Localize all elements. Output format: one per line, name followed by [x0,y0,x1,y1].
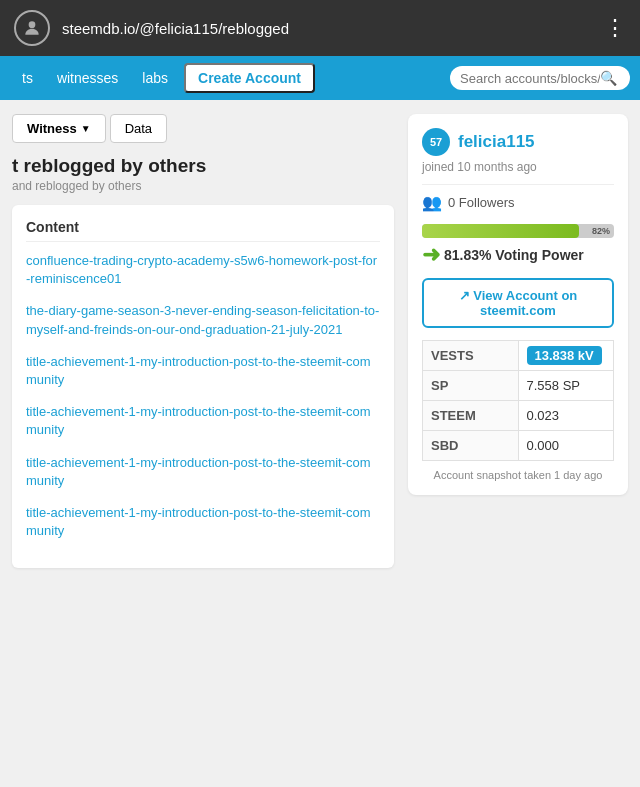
stat-label: SBD [423,431,519,461]
page-subheading: and reblogged by others [12,179,394,193]
view-account-label: View Account on steemit.com [473,288,577,318]
content-header: Content [26,219,380,242]
stat-label: SP [423,371,519,401]
profile-badge: 57 [422,128,450,156]
external-link-icon: ↗ [459,288,470,303]
nav-item-ts[interactable]: ts [10,56,45,100]
stat-value: 7.558 SP [518,371,614,401]
top-menu-icon[interactable]: ⋮ [604,15,626,41]
nav-item-labs[interactable]: labs [130,56,180,100]
table-row: SBD 0.000 [423,431,614,461]
voting-bar-fill [422,224,579,238]
list-item[interactable]: title-achievement-1-my-introduction-post… [26,454,380,490]
stat-label: VESTS [423,341,519,371]
search-input[interactable] [460,71,600,86]
page-heading: t reblogged by others [12,155,394,177]
tab-witness[interactable]: Witness ▼ [12,114,106,143]
search-icon: 🔍 [600,70,617,86]
table-row: SP 7.558 SP [423,371,614,401]
list-item[interactable]: confluence-trading-crypto-academy-s5w6-h… [26,252,380,288]
stat-value: 0.000 [518,431,614,461]
stat-value: 0.023 [518,401,614,431]
stats-table: VESTS 13.838 kV SP 7.558 SP STEEM 0.023 [422,340,614,461]
stat-label: STEEM [423,401,519,431]
chevron-down-icon: ▼ [81,123,91,134]
main-content: Witness ▼ Data t reblogged by others and… [0,100,640,582]
profile-header: 57 felicia115 [422,128,614,156]
avatar [14,10,50,46]
list-item[interactable]: title-achievement-1-my-introduction-post… [26,353,380,389]
voting-bar-label: 82% [592,224,610,238]
tab-data-label: Data [125,121,152,136]
top-bar: steemdb.io/@felicia115/reblogged ⋮ [0,0,640,56]
voting-power-row: ➜ 81.83% Voting Power [422,242,614,268]
table-row: STEEM 0.023 [423,401,614,431]
list-item[interactable]: the-diary-game-season-3-never-ending-sea… [26,302,380,338]
view-account-button[interactable]: ↗ View Account on steemit.com [422,278,614,328]
arrow-icon: ➜ [422,242,440,268]
left-panel: Witness ▼ Data t reblogged by others and… [12,114,394,568]
profile-name[interactable]: felicia115 [458,132,535,152]
list-item[interactable]: title-achievement-1-my-introduction-post… [26,504,380,540]
url-text: steemdb.io/@felicia115/reblogged [62,20,604,37]
voting-power-text: 81.83% Voting Power [444,247,584,263]
search-bar[interactable]: 🔍 [450,66,630,90]
tabs-row: Witness ▼ Data [12,114,394,143]
snapshot-text: Account snapshot taken 1 day ago [422,469,614,481]
voting-bar-wrap: 82% [422,224,614,238]
right-panel: 57 felicia115 joined 10 months ago 👥 0 F… [408,114,628,568]
content-card: Content confluence-trading-crypto-academ… [12,205,394,568]
stat-value-highlight: 13.838 kV [527,346,602,365]
list-item[interactable]: title-achievement-1-my-introduction-post… [26,403,380,439]
create-account-button[interactable]: Create Account [184,63,315,93]
followers-row: 👥 0 Followers [422,184,614,212]
followers-count: 0 Followers [448,195,514,210]
svg-point-0 [29,21,36,28]
stat-value: 13.838 kV [518,341,614,371]
voting-section: 82% ➜ 81.83% Voting Power [422,224,614,268]
profile-joined: joined 10 months ago [422,160,614,174]
followers-icon: 👥 [422,193,442,212]
table-row: VESTS 13.838 kV [423,341,614,371]
nav-item-witnesses[interactable]: witnesses [45,56,130,100]
nav-bar: ts witnesses labs Create Account 🔍 [0,56,640,100]
tab-data[interactable]: Data [110,114,167,143]
profile-card: 57 felicia115 joined 10 months ago 👥 0 F… [408,114,628,495]
tab-witness-label: Witness [27,121,77,136]
